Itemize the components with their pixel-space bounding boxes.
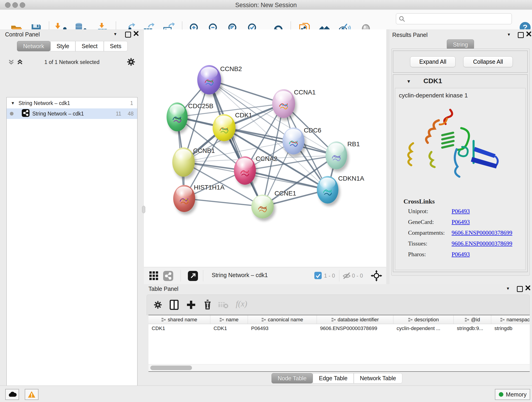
node-label-ccnb1: CCNB1 xyxy=(193,147,215,154)
table-cell[interactable]: CDK1 xyxy=(210,324,248,333)
node-table[interactable]: shared namenamecanonical namedatabase id… xyxy=(148,315,530,372)
crosslink-value-link[interactable]: P06493 xyxy=(452,208,470,215)
node-cdc6[interactable] xyxy=(283,128,304,154)
crosslink-value-link[interactable]: P06493 xyxy=(452,219,470,225)
detach-view-icon[interactable] xyxy=(188,271,198,282)
column-header-canonical-name[interactable]: canonical name xyxy=(248,315,317,324)
status-bar: Memory xyxy=(0,385,532,402)
crosslinks-title: CrossLinks xyxy=(404,198,435,205)
crosslink-value-link[interactable]: P06493 xyxy=(452,251,470,258)
table-row[interactable]: CDK1CDK1P064939606.ENSP00000378699cyclin… xyxy=(148,324,530,333)
network-canvas[interactable]: CCNB2CCNA1CDC25BCDK1CDC6RB1CCNB1CCNA2CDK… xyxy=(144,29,386,267)
table-cell[interactable]: cyclin-dependent ... xyxy=(393,324,454,333)
selected-checkbox-icon[interactable] xyxy=(314,272,322,280)
column-type-icon xyxy=(465,318,469,322)
node-cdc25b[interactable] xyxy=(167,102,188,131)
node-cdkn1a[interactable] xyxy=(317,176,338,204)
network-nodes-layer: CCNB2CCNA1CDC25BCDK1CDC6RB1CCNB1CCNA2CDK… xyxy=(144,29,386,267)
protein-squiggle-icon xyxy=(217,122,231,136)
fit-content-crosshair-icon[interactable] xyxy=(371,270,382,282)
table-panel-close-icon[interactable] xyxy=(525,285,531,292)
collapse-all-button[interactable]: Collapse All xyxy=(463,56,513,67)
select-columns-icon[interactable] xyxy=(169,300,179,311)
search-input[interactable] xyxy=(396,13,512,24)
table-cell[interactable]: stringdb:9... xyxy=(454,324,491,333)
add-column-icon[interactable] xyxy=(186,300,196,311)
node-cdk1[interactable] xyxy=(213,114,235,141)
results-panel: Results Panel ▾ String Expand All Collap… xyxy=(389,29,532,284)
column-header-database-identifier[interactable]: database identifier xyxy=(317,315,393,324)
table-hscrollbar[interactable] xyxy=(148,364,530,371)
control-panel-close-icon[interactable] xyxy=(133,31,139,37)
node-ccne1[interactable] xyxy=(251,195,274,218)
results-splitter[interactable] xyxy=(386,29,389,284)
tab-network-table[interactable]: Network Table xyxy=(354,373,402,383)
memory-button[interactable]: Memory xyxy=(495,389,530,400)
table-hscrollbar-handle[interactable] xyxy=(150,366,192,370)
network-selection-status: 1 of 1 Network selected xyxy=(0,59,144,65)
crosslink-row: Pharos:P06493 xyxy=(408,251,523,258)
network-options-gear-icon[interactable] xyxy=(127,57,136,67)
column-header-description[interactable]: description xyxy=(393,315,454,324)
results-panel-menu-icon[interactable]: ▾ xyxy=(508,32,510,37)
tab-string[interactable]: String xyxy=(447,39,474,50)
gene-collapse-icon[interactable]: ▼ xyxy=(406,79,411,84)
table-gear-icon[interactable] xyxy=(153,300,162,310)
node-label-cdkn1a: CDKN1A xyxy=(338,175,364,182)
column-header-shared-name[interactable]: shared name xyxy=(148,315,210,324)
tab-style[interactable]: Style xyxy=(51,41,76,51)
crosslink-value-link[interactable]: 9606.ENSP00000378699 xyxy=(452,240,512,247)
tab-node-table[interactable]: Node Table xyxy=(272,373,313,383)
collection-expand-icon[interactable]: ▼ xyxy=(11,101,15,106)
column-header-namespace[interactable]: namespace xyxy=(491,315,530,324)
node-hist1h1a[interactable] xyxy=(173,185,195,212)
table-cell[interactable]: CDK1 xyxy=(148,324,210,333)
gene-section: ▼ CDK1 cyclin-dependent kinase 1 xyxy=(393,75,528,272)
protein-squiggle-icon xyxy=(202,74,216,88)
control-panel-menu-icon[interactable]: ▾ xyxy=(114,31,116,37)
network-overview-share-icon[interactable] xyxy=(163,271,173,282)
column-header-name[interactable]: name xyxy=(210,315,248,324)
table-cell[interactable]: 9606.ENSP00000378699 xyxy=(317,324,393,333)
delete-table-icon xyxy=(218,301,228,309)
memory-label: Memory xyxy=(506,391,526,398)
column-type-icon xyxy=(161,318,166,322)
node-ccnb1[interactable] xyxy=(172,147,195,177)
tab-network[interactable]: Network xyxy=(17,41,51,51)
node-label-cdc6: CDC6 xyxy=(304,127,321,134)
node-ccna2[interactable] xyxy=(234,156,256,185)
table-panel-menu-icon[interactable]: ▾ xyxy=(507,286,509,291)
table-panel-float-icon[interactable] xyxy=(517,286,523,292)
network-collection-row[interactable]: ▼ String Network – cdk1 1 xyxy=(7,98,137,108)
crosslink-row: Compartments:9606.ENSP00000378699 xyxy=(408,230,523,236)
network-row-selected[interactable]: String Network – cdk1 11 48 xyxy=(7,108,137,119)
left-splitter-handle[interactable] xyxy=(142,206,145,213)
results-panel-close-icon[interactable] xyxy=(526,31,532,38)
table-cell[interactable]: P06493 xyxy=(248,324,317,333)
warning-status-button[interactable] xyxy=(25,389,38,400)
node-ccnb2[interactable] xyxy=(197,65,221,95)
tab-select[interactable]: Select xyxy=(75,41,104,51)
application-window: Session: New Session xyxy=(0,0,532,402)
cloud-status-button[interactable] xyxy=(5,389,19,400)
expand-all-button[interactable]: Expand All xyxy=(410,56,456,67)
table-toolbar: f(x) xyxy=(147,294,530,315)
column-header--id[interactable]: @id xyxy=(454,315,491,324)
crosslink-row: GeneCard:P06493 xyxy=(408,219,523,225)
string-results-container: Expand All Collapse All ▼ CDK1 cyclin-de… xyxy=(391,49,530,275)
birdseye-grid-icon[interactable] xyxy=(149,271,159,282)
table-cell[interactable]: stringdb xyxy=(491,324,530,333)
cloud-icon xyxy=(7,391,17,398)
protein-squiggle-icon xyxy=(329,150,343,164)
tab-sets[interactable]: Sets xyxy=(104,41,128,51)
crosslink-value-link[interactable]: 9606.ENSP00000378699 xyxy=(452,230,512,236)
tab-edge-table[interactable]: Edge Table xyxy=(313,373,354,383)
protein-structure-image xyxy=(402,104,510,194)
node-ccna1[interactable] xyxy=(272,89,295,118)
delete-column-icon[interactable] xyxy=(203,299,212,311)
control-panel-float-icon[interactable] xyxy=(125,32,131,38)
protein-squiggle-icon xyxy=(177,193,191,207)
collection-count: 1 xyxy=(130,100,133,106)
results-panel-float-icon[interactable] xyxy=(518,32,524,38)
node-rb1[interactable] xyxy=(326,141,347,169)
